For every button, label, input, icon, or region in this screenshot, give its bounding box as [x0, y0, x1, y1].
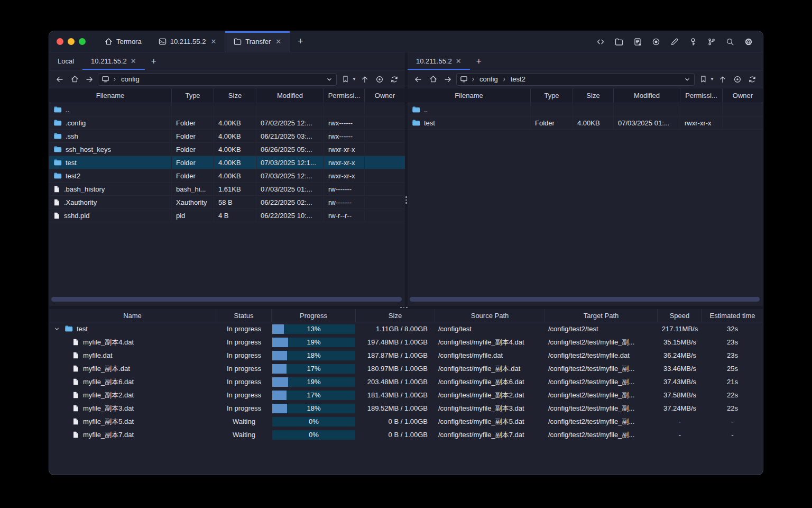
new-tab-button[interactable]: + [290, 31, 311, 52]
transfer-row[interactable]: myfile_副本3.dat In progress 18% 189.52MB … [49, 402, 763, 415]
file-icon [53, 198, 60, 206]
path-breadcrumb[interactable]: config test2 [456, 73, 695, 86]
col-modified[interactable]: Modified [614, 88, 680, 103]
col-speed[interactable]: Speed [658, 309, 702, 322]
bookmark-control[interactable]: ▼ [697, 73, 714, 86]
horizontal-scrollbar[interactable] [51, 297, 402, 302]
back-icon[interactable] [412, 73, 425, 86]
col-status[interactable]: Status [216, 309, 272, 322]
transfer-row[interactable]: myfile.dat In progress 18% 187.87MB / 1.… [49, 349, 763, 362]
tab-termora[interactable]: Termora [96, 31, 150, 52]
forward-icon[interactable] [441, 73, 454, 86]
new-pane-tab-button[interactable]: + [145, 52, 163, 70]
file-icon [53, 212, 60, 220]
breadcrumb-segment[interactable]: config [478, 75, 499, 83]
transfer-row[interactable]: myfile_副本7.dat Waiting 0% 0 B / 1.00GB /… [49, 428, 763, 441]
tab-terminal-session[interactable]: 10.211.55.2 ✕ [150, 31, 225, 52]
key-icon[interactable] [686, 35, 700, 49]
table-row[interactable]: .config Folder 4.00KB 07/02/2025 12:... … [49, 116, 405, 130]
close-icon[interactable]: ✕ [131, 57, 136, 65]
col-source-path[interactable]: Source Path [435, 309, 545, 322]
transfer-row[interactable]: test In progress 13% 1.11GB / 8.00GB /co… [49, 322, 763, 335]
progress-label: 18% [272, 351, 355, 360]
col-type[interactable]: Type [172, 88, 214, 103]
col-permissions[interactable]: Permissi... [324, 88, 365, 103]
refresh-icon[interactable] [746, 73, 759, 86]
col-name[interactable]: Name [49, 309, 216, 322]
back-icon[interactable] [53, 73, 66, 86]
log-icon[interactable] [631, 35, 644, 49]
upload-icon[interactable] [358, 73, 371, 86]
zoom-window-button[interactable] [79, 38, 86, 45]
transfer-row[interactable]: myfile_副本.dat In progress 17% 180.97MB /… [49, 362, 763, 375]
filename: test [424, 119, 435, 127]
table-row[interactable]: sshd.pid pid 4 B 06/22/2025 10:... rw-r-… [49, 209, 405, 222]
col-size[interactable]: Size [356, 309, 435, 322]
chevron-down-icon[interactable] [53, 325, 61, 332]
horizontal-scrollbar[interactable] [410, 297, 760, 302]
table-row[interactable]: .ssh Folder 4.00KB 06/21/2025 03:... rwx… [49, 130, 405, 143]
table-row[interactable]: test Folder 4.00KB 07/03/2025 01:... rwx… [408, 116, 763, 130]
transfer-row[interactable]: myfile_副本4.dat In progress 19% 197.48MB … [49, 335, 763, 349]
chevron-down-icon[interactable] [684, 76, 691, 83]
upload-icon[interactable] [716, 73, 729, 86]
edit-icon[interactable] [668, 35, 681, 49]
col-type[interactable]: Type [531, 88, 573, 103]
table-row[interactable]: test2 Folder 4.00KB 07/03/2025 12:... rw… [49, 169, 405, 183]
minimize-window-button[interactable] [68, 38, 75, 45]
close-window-button[interactable] [57, 38, 63, 45]
col-size[interactable]: Size [573, 88, 614, 103]
breadcrumb-segment[interactable]: test2 [510, 75, 527, 83]
branch-icon[interactable] [705, 35, 718, 49]
close-icon[interactable]: ✕ [275, 38, 281, 46]
home-icon[interactable] [427, 73, 439, 86]
tab-remote-host[interactable]: 10.211.55.2 ✕ [82, 52, 145, 70]
chevron-down-icon[interactable]: ▼ [710, 77, 714, 81]
transfer-row[interactable]: myfile_副本6.dat In progress 19% 203.48MB … [49, 375, 763, 388]
table-row-selected[interactable]: test Folder 4.00KB 07/03/2025 12:1... rw… [49, 156, 405, 169]
table-row[interactable]: ssh_host_keys Folder 4.00KB 06/26/2025 0… [49, 143, 405, 156]
record-icon[interactable] [649, 35, 663, 49]
col-filename[interactable]: Filename [408, 88, 531, 103]
table-row[interactable]: .. [49, 103, 405, 116]
col-filename[interactable]: Filename [49, 88, 172, 103]
bookmark-icon[interactable] [339, 73, 352, 86]
progress-label: 17% [272, 391, 355, 400]
tab-remote-host[interactable]: 10.211.55.2 ✕ [408, 52, 470, 70]
tab-local[interactable]: Local [49, 52, 82, 70]
folder-icon[interactable] [612, 35, 626, 49]
table-row[interactable]: .. [408, 103, 763, 116]
col-estimated-time[interactable]: Estimated time [702, 309, 763, 322]
col-target-path[interactable]: Target Path [545, 309, 658, 322]
tab-transfer[interactable]: Transfer ✕ [225, 31, 290, 52]
transfer-row[interactable]: myfile_副本5.dat Waiting 0% 0 B / 1.00GB /… [49, 415, 763, 428]
close-icon[interactable]: ✕ [456, 57, 462, 65]
bookmark-control[interactable]: ▼ [339, 73, 356, 86]
col-size[interactable]: Size [214, 88, 256, 103]
path-breadcrumb[interactable]: config [98, 73, 337, 86]
col-owner[interactable]: Owner [723, 88, 763, 103]
col-modified[interactable]: Modified [256, 88, 324, 103]
forward-icon[interactable] [83, 73, 96, 86]
chevron-down-icon[interactable] [326, 76, 333, 83]
settings-icon[interactable] [742, 35, 755, 49]
table-row[interactable]: .bash_history bash_hi... 1.61KB 07/03/20… [49, 183, 405, 196]
code-icon[interactable] [594, 35, 607, 49]
refresh-icon[interactable] [388, 73, 401, 86]
new-pane-tab-button[interactable]: + [470, 52, 488, 70]
col-progress[interactable]: Progress [272, 309, 356, 322]
table-row[interactable]: .Xauthority Xauthority 58 B 06/22/2025 0… [49, 196, 405, 209]
bookmark-icon[interactable] [697, 73, 709, 86]
close-icon[interactable]: ✕ [210, 38, 216, 46]
search-icon[interactable] [723, 35, 737, 49]
col-owner[interactable]: Owner [365, 88, 405, 103]
horizontal-splitter[interactable] [49, 306, 763, 309]
home-icon[interactable] [68, 73, 81, 86]
chevron-down-icon[interactable]: ▼ [352, 77, 356, 81]
breadcrumb-segment[interactable]: config [120, 75, 141, 83]
show-hidden-icon[interactable] [731, 73, 744, 86]
transfer-size: 181.43MB / 1.00GB [356, 391, 435, 399]
col-permissions[interactable]: Permissi... [680, 88, 723, 103]
show-hidden-icon[interactable] [373, 73, 386, 86]
transfer-row[interactable]: myfile_副本2.dat In progress 17% 181.43MB … [49, 388, 763, 402]
